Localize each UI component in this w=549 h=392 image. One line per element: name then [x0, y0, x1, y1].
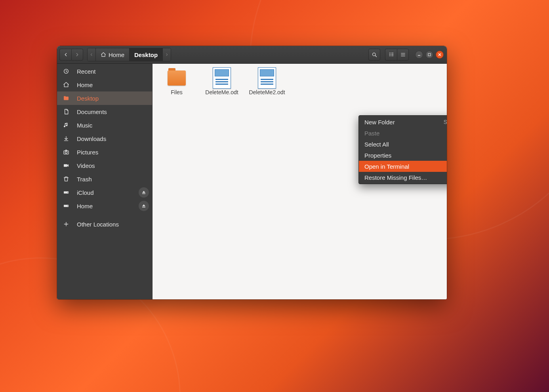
svg-marker-20: [67, 164, 69, 167]
svg-point-26: [67, 206, 68, 206]
triangle-right-icon: [165, 53, 168, 57]
file-item[interactable]: DeleteMe.odt: [205, 69, 239, 96]
path-segment-home[interactable]: Home: [96, 48, 130, 61]
sidebar-item-icloud[interactable]: iCloud: [57, 186, 152, 199]
context-menu-item[interactable]: Select AllCtrl+A: [359, 139, 447, 150]
context-menu-item: PasteCtrl+V: [359, 127, 447, 139]
chevron-left-icon: [63, 52, 69, 57]
path-segment-current[interactable]: Desktop: [130, 48, 163, 61]
path-back-segment[interactable]: [88, 48, 96, 61]
context-menu-item[interactable]: PropertiesCtrl+I: [359, 150, 447, 161]
document-odt-icon: [212, 69, 232, 88]
svg-rect-12: [428, 53, 431, 56]
maximize-button[interactable]: [425, 51, 433, 59]
svg-rect-4: [389, 55, 391, 56]
eject-button[interactable]: [139, 187, 149, 198]
sidebar-item-label: Pictures: [77, 149, 98, 156]
eject-button[interactable]: [139, 201, 149, 211]
camera-icon: [63, 149, 70, 155]
context-menu-label: Restore Missing Files…: [364, 174, 427, 181]
svg-line-1: [375, 55, 376, 57]
sidebar-item-documents[interactable]: Documents: [57, 105, 152, 118]
svg-rect-24: [142, 194, 145, 194]
context-menu-shortcut: Shift+Ctrl+N: [444, 119, 447, 125]
svg-point-18: [65, 151, 67, 153]
sidebar-item-label: Desktop: [77, 95, 99, 102]
home-icon: [63, 82, 70, 88]
window-controls: [415, 51, 444, 59]
path-forward-segment[interactable]: [163, 48, 171, 61]
content-pane[interactable]: FilesDeleteMe.odtDeleteMe2.odt New Folde…: [152, 64, 447, 299]
trash-icon: [63, 176, 70, 182]
svg-rect-3: [389, 54, 391, 55]
hamburger-menu-button[interactable]: [397, 49, 409, 61]
minimize-button[interactable]: [415, 51, 423, 59]
document-icon: [63, 108, 70, 115]
file-item[interactable]: DeleteMe2.odt: [250, 69, 284, 96]
plus-icon: [63, 221, 70, 227]
sidebar-item-label: Downloads: [77, 135, 106, 142]
sidebar-item-home[interactable]: Home: [57, 78, 152, 91]
forward-button[interactable]: [71, 49, 83, 61]
window-body: RecentHomeDesktopDocumentsMusicDownloads…: [57, 64, 447, 299]
file-manager-window: Home Desktop: [57, 46, 447, 299]
close-icon: [438, 53, 442, 57]
minimize-icon: [417, 53, 421, 57]
svg-rect-7: [391, 55, 393, 56]
file-label: DeleteMe.odt: [205, 89, 238, 96]
context-menu-item[interactable]: Open in Terminal: [359, 161, 447, 172]
folder-item[interactable]: Files: [160, 69, 194, 96]
context-menu-label: New Folder: [364, 119, 395, 126]
view-menu-group: [385, 49, 409, 61]
clock-icon: [63, 68, 70, 74]
folder-icon: [166, 69, 187, 88]
search-button[interactable]: [368, 49, 380, 61]
svg-rect-2: [389, 53, 391, 53]
nav-button-group: [59, 49, 83, 61]
sidebar-item-label: Home: [77, 203, 93, 209]
svg-rect-19: [64, 164, 67, 167]
sidebar-item-label: iCloud: [77, 189, 94, 196]
sidebar-item-label: Other Locations: [77, 221, 119, 228]
sidebar-item-home-drive[interactable]: Home: [57, 199, 152, 213]
sidebar: RecentHomeDesktopDocumentsMusicDownloads…: [57, 64, 152, 299]
sidebar-item-recent[interactable]: Recent: [57, 65, 152, 78]
svg-rect-5: [391, 53, 393, 53]
svg-marker-23: [142, 191, 145, 193]
path-label: Desktop: [134, 51, 158, 58]
document-odt-icon: [257, 69, 277, 88]
context-menu-item[interactable]: Restore Missing Files…: [359, 172, 447, 183]
file-label: Files: [171, 89, 183, 96]
context-menu-label: Properties: [364, 152, 391, 159]
pathbar: Home Desktop: [87, 48, 171, 61]
home-icon: [101, 52, 106, 57]
sidebar-item-desktop[interactable]: Desktop: [57, 91, 152, 105]
search-icon: [372, 52, 377, 58]
context-menu-label: Paste: [364, 130, 379, 137]
sidebar-item-other[interactable]: Other Locations: [57, 217, 152, 231]
sidebar-item-trash[interactable]: Trash: [57, 172, 152, 186]
sidebar-item-downloads[interactable]: Downloads: [57, 132, 152, 145]
sidebar-item-videos[interactable]: Videos: [57, 159, 152, 172]
svg-marker-27: [142, 204, 145, 206]
sidebar-item-music[interactable]: Music: [57, 118, 152, 132]
list-view-icon: [388, 52, 395, 57]
svg-rect-6: [391, 54, 393, 55]
svg-point-22: [67, 192, 68, 193]
context-menu-item[interactable]: New FolderShift+Ctrl+N: [359, 116, 447, 127]
sidebar-item-label: Home: [77, 82, 93, 88]
context-menu-label: Select All: [364, 141, 389, 148]
context-menu: New FolderShift+Ctrl+NPasteCtrl+VSelect …: [358, 115, 447, 184]
download-icon: [63, 135, 70, 142]
sidebar-item-label: Documents: [77, 108, 107, 115]
back-button[interactable]: [59, 49, 71, 61]
path-label: Home: [109, 51, 124, 58]
drive-icon: [63, 189, 70, 196]
chevron-right-icon: [74, 52, 80, 57]
close-button[interactable]: [436, 51, 444, 59]
music-icon: [63, 122, 70, 128]
view-toggle-button[interactable]: [385, 49, 397, 61]
sidebar-item-label: Trash: [77, 176, 92, 183]
file-label: DeleteMe2.odt: [249, 89, 285, 96]
sidebar-item-pictures[interactable]: Pictures: [57, 145, 152, 159]
